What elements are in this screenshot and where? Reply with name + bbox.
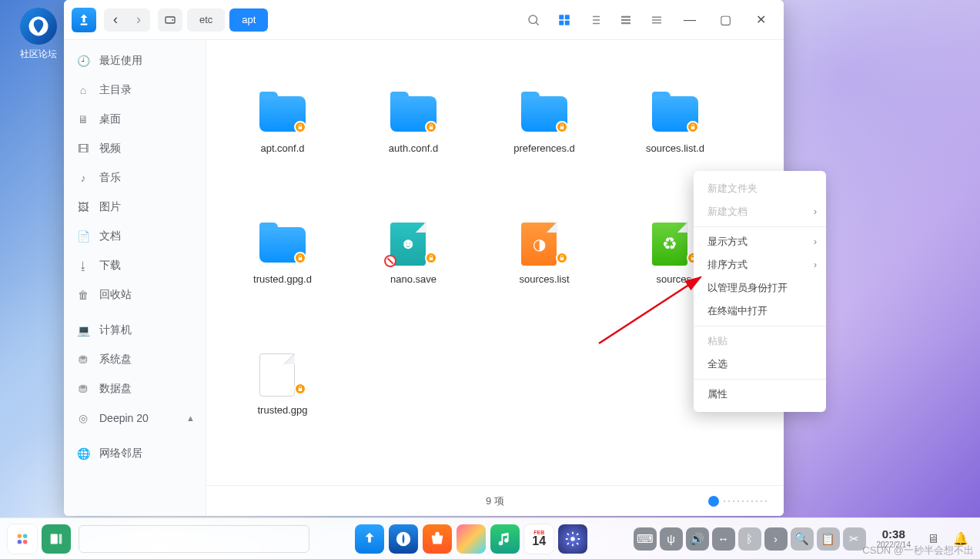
file-item[interactable]: trusted.gpg.d bbox=[217, 188, 348, 319]
tray-volume-icon[interactable]: 🔊 bbox=[686, 527, 709, 551]
status-bar: 9 项 bbox=[206, 485, 784, 516]
file-label: apt.conf.d bbox=[260, 142, 304, 154]
chevron-right-icon: › bbox=[814, 236, 817, 247]
sources-file-icon: ◑ bbox=[521, 223, 567, 263]
minimize-button[interactable]: — bbox=[674, 7, 705, 33]
dock-music[interactable] bbox=[490, 524, 520, 554]
file-label: auth.conf.d bbox=[389, 142, 438, 154]
sidebar-item-network[interactable]: 🌐网络邻居 bbox=[64, 439, 206, 468]
file-item[interactable]: ◑sources.list bbox=[479, 188, 610, 319]
path-disk-indicator[interactable] bbox=[158, 8, 182, 32]
sidebar-item-deepin20[interactable]: ◎Deepin 20▲ bbox=[64, 403, 206, 433]
view-list-button[interactable] bbox=[582, 7, 608, 33]
tray-usb-icon[interactable]: ψ bbox=[660, 527, 683, 551]
folder-icon bbox=[259, 223, 306, 263]
eject-icon[interactable]: ▲ bbox=[186, 413, 195, 423]
ctx-view-mode[interactable]: 显示方式› bbox=[694, 230, 826, 253]
svg-point-13 bbox=[23, 534, 27, 538]
svg-rect-6 bbox=[559, 20, 564, 25]
ctx-properties[interactable]: 属性 bbox=[694, 383, 826, 406]
ctx-select-all[interactable]: 全选 bbox=[694, 353, 826, 376]
launcher-button[interactable] bbox=[8, 524, 37, 554]
desktop-shortcut-community-forum[interactable]: 社区论坛 bbox=[15, 8, 62, 61]
dock-browser[interactable] bbox=[389, 524, 418, 554]
file-item[interactable]: sources.list.d bbox=[610, 57, 741, 188]
lock-icon bbox=[294, 121, 306, 133]
sidebar: 🕘最近使用 ⌂主目录 🖥桌面 🎞视频 ♪音乐 🖼图片 📄文档 ⭳下载 🗑回收站 … bbox=[64, 40, 206, 516]
dock-image-viewer[interactable] bbox=[457, 524, 486, 554]
dock-app-store[interactable] bbox=[423, 524, 452, 554]
item-count: 9 项 bbox=[486, 494, 504, 508]
dock-calendar[interactable]: FEB 14 bbox=[524, 524, 554, 554]
file-item[interactable]: apt.conf.d bbox=[217, 57, 348, 188]
nav-back-button[interactable]: ‹ bbox=[104, 8, 127, 32]
sidebar-item-data-disk[interactable]: ⛃数据盘 bbox=[64, 374, 206, 403]
nav-forward-button[interactable]: › bbox=[127, 8, 150, 32]
sidebar-item-documents[interactable]: 📄文档 bbox=[64, 222, 206, 251]
clock-icon: 🕘 bbox=[76, 55, 90, 67]
dock-file-manager[interactable] bbox=[355, 524, 384, 554]
svg-point-3 bbox=[529, 15, 537, 24]
taskbar-clock[interactable]: 0:38 2022/2/14 bbox=[877, 528, 911, 550]
sidebar-item-music[interactable]: ♪音乐 bbox=[64, 163, 206, 192]
network-icon: 🌐 bbox=[76, 447, 90, 460]
sidebar-item-downloads[interactable]: ⭳下载 bbox=[64, 251, 206, 280]
svg-rect-0 bbox=[81, 23, 88, 25]
disk-icon: ⛃ bbox=[76, 383, 90, 395]
file-item[interactable]: preferences.d bbox=[479, 57, 610, 188]
svg-point-15 bbox=[23, 539, 27, 544]
tray-clipboard-icon[interactable]: 📋 bbox=[817, 527, 840, 551]
dock-control-center[interactable] bbox=[558, 524, 587, 554]
file-item[interactable]: auth.conf.d bbox=[348, 57, 479, 188]
nav-buttons: ‹ › bbox=[104, 8, 150, 32]
system-tray: ⌨ ψ 🔊 ↔ ᛒ › 🔍 📋 ✂ bbox=[634, 527, 866, 551]
file-item[interactable]: ☻nano.save bbox=[348, 188, 479, 319]
image-icon: 🖼 bbox=[76, 201, 90, 213]
sidebar-item-system-disk[interactable]: ⛃系统盘 bbox=[64, 345, 206, 374]
tray-bluetooth-icon[interactable]: ᛒ bbox=[738, 527, 761, 551]
tray-desktop-icon[interactable]: 🖥 bbox=[921, 527, 945, 551]
file-manager-window: ‹ › etc apt — ▢ ✕ 🕘最近使用 ⌂主目录 🖥桌面 🎞视频 ♪音乐… bbox=[64, 0, 784, 516]
file-item[interactable]: trusted.gpg bbox=[217, 319, 348, 450]
search-button[interactable] bbox=[520, 7, 547, 33]
svg-rect-17 bbox=[59, 534, 62, 544]
view-compact-button[interactable] bbox=[613, 7, 639, 33]
zoom-slider[interactable] bbox=[708, 496, 770, 507]
svg-rect-7 bbox=[565, 20, 570, 25]
view-icons-button[interactable] bbox=[551, 7, 577, 33]
tray-keyboard-icon[interactable]: ⌨ bbox=[634, 527, 657, 551]
tray-search-icon[interactable]: 🔍 bbox=[791, 527, 814, 551]
sidebar-item-desktop[interactable]: 🖥桌面 bbox=[64, 105, 206, 134]
tray-more-icon[interactable]: › bbox=[764, 527, 788, 551]
svg-rect-9 bbox=[621, 18, 630, 20]
disc-icon: ◎ bbox=[76, 412, 90, 424]
sidebar-item-pictures[interactable]: 🖼图片 bbox=[64, 192, 206, 222]
sidebar-item-recent[interactable]: 🕘最近使用 bbox=[64, 46, 206, 75]
desktop-shortcut-label: 社区论坛 bbox=[20, 49, 57, 59]
taskbar-search[interactable] bbox=[79, 525, 309, 553]
svg-rect-8 bbox=[621, 15, 630, 17]
slider-thumb-icon[interactable] bbox=[708, 496, 719, 507]
breadcrumb-apt[interactable]: apt bbox=[229, 8, 268, 32]
close-button[interactable]: ✕ bbox=[745, 7, 776, 33]
svg-point-2 bbox=[172, 19, 173, 21]
tray-network-icon[interactable]: ↔ bbox=[712, 527, 735, 551]
sidebar-item-video[interactable]: 🎞视频 bbox=[64, 134, 206, 163]
lock-icon bbox=[687, 121, 699, 133]
tray-notification-icon[interactable]: 🔔 bbox=[949, 527, 972, 551]
ctx-separator bbox=[694, 226, 826, 227]
breadcrumb-etc[interactable]: etc bbox=[187, 8, 225, 32]
music-icon: ♪ bbox=[76, 172, 90, 184]
multitask-button[interactable] bbox=[42, 524, 71, 554]
main-menu-button[interactable] bbox=[644, 7, 670, 33]
svg-point-18 bbox=[571, 537, 576, 541]
sidebar-item-trash[interactable]: 🗑回收站 bbox=[64, 280, 206, 310]
maximize-button[interactable]: ▢ bbox=[710, 7, 741, 33]
tray-screenshot-icon[interactable]: ✂ bbox=[843, 527, 866, 551]
lock-icon bbox=[556, 252, 568, 264]
sidebar-item-home[interactable]: ⌂主目录 bbox=[64, 75, 206, 105]
sidebar-item-computer[interactable]: 💻计算机 bbox=[64, 316, 206, 345]
svg-point-14 bbox=[18, 539, 22, 544]
file-label: preferences.d bbox=[513, 142, 575, 154]
file-label: nano.save bbox=[390, 273, 436, 285]
